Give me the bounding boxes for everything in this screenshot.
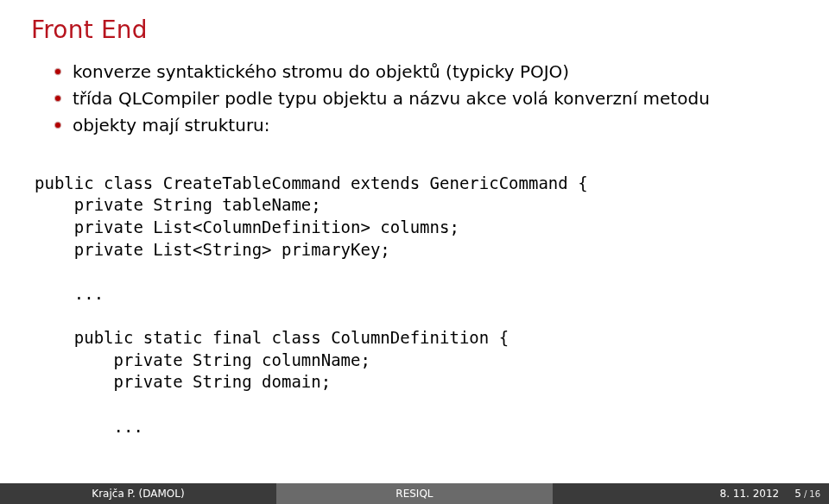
code-ellipsis: ... — [35, 417, 143, 436]
footer-page: 5 / 16 — [794, 488, 820, 500]
code-line: private List<String> primaryKey; — [35, 240, 390, 259]
code-line: private List<ColumnDefinition> columns; — [35, 217, 459, 236]
bullet-item: objekty mají strukturu: — [54, 113, 798, 138]
bullet-item: třída QLCompiler podle typu objektu a ná… — [54, 86, 798, 111]
footer-author-text: Krajča P. (DAMOL) — [92, 488, 184, 500]
footer-date: 8. 11. 2012 — [720, 488, 780, 500]
footer-title: RESIQL — [276, 483, 553, 504]
footer-title-text: RESIQL — [396, 488, 433, 500]
code-line: private String domain; — [35, 372, 331, 391]
slide-title: Front End — [31, 16, 798, 44]
footer-page-sep: / — [804, 489, 807, 499]
bullet-text: objekty mají strukturu: — [73, 115, 270, 135]
code-line: public class CreateTableCommand extends … — [35, 173, 588, 192]
footer-page-total: 16 — [809, 489, 820, 499]
code-block: public class CreateTableCommand extends … — [35, 150, 798, 460]
footer-meta: 8. 11. 2012 5 / 16 — [553, 483, 829, 504]
code-line: private String tableName; — [35, 195, 321, 214]
code-line: public static final class ColumnDefiniti… — [35, 328, 509, 347]
bullet-item: konverze syntaktického stromu do objektů… — [54, 60, 798, 85]
footer-author: Krajča P. (DAMOL) — [0, 483, 276, 504]
slide: Front End konverze syntaktického stromu … — [0, 0, 829, 504]
bullet-text: konverze syntaktického stromu do objektů… — [73, 61, 569, 82]
code-line: private String columnName; — [35, 350, 370, 369]
footer: Krajča P. (DAMOL) RESIQL 8. 11. 2012 5 /… — [0, 483, 829, 504]
footer-page-current: 5 — [794, 488, 801, 500]
code-ellipsis: ... — [35, 284, 104, 303]
bullet-text: třída QLCompiler podle typu objektu a ná… — [73, 88, 710, 109]
bullet-list: konverze syntaktického stromu do objektů… — [54, 60, 798, 138]
